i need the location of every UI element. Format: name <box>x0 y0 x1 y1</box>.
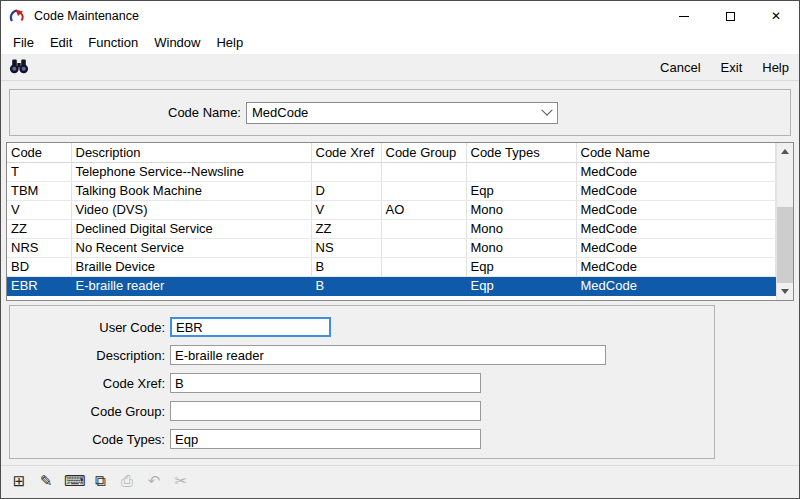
table-cell[interactable]: MedCode <box>576 200 776 219</box>
table-cell[interactable]: V <box>311 200 381 219</box>
column-header[interactable]: Code Name <box>576 143 776 162</box>
table-cell[interactable]: B <box>311 276 381 295</box>
find-button[interactable] <box>9 56 33 78</box>
column-header[interactable]: Code <box>7 143 71 162</box>
edit-record-icon[interactable]: ✎ <box>37 472 55 490</box>
scroll-up-icon <box>781 149 789 154</box>
table-cell[interactable]: Telephone Service--Newsline <box>71 162 311 181</box>
table-cell[interactable]: MedCode <box>576 257 776 276</box>
code-name-label: Code Name: <box>168 105 241 120</box>
table-cell[interactable]: MedCode <box>576 181 776 200</box>
table-cell[interactable] <box>466 162 576 181</box>
window-controls: ✕ <box>661 1 799 31</box>
table-cell[interactable]: Mono <box>466 219 576 238</box>
scroll-up-button[interactable] <box>777 143 793 160</box>
table-cell[interactable]: Talking Book Machine <box>71 181 311 200</box>
table-cell[interactable] <box>381 238 466 257</box>
help-button[interactable]: Help <box>762 60 789 75</box>
table-cell[interactable]: Declined Digital Service <box>71 219 311 238</box>
table-cell[interactable]: B <box>311 257 381 276</box>
code-group-input[interactable] <box>170 401 481 421</box>
table-cell[interactable]: E-braille reader <box>71 276 311 295</box>
table-cell[interactable]: Eqp <box>466 257 576 276</box>
titlebar[interactable]: Code Maintenance ✕ <box>1 1 799 31</box>
table-cell[interactable] <box>311 162 381 181</box>
menu-edit[interactable]: Edit <box>42 31 80 54</box>
menubar: File Edit Function Window Help <box>1 31 799 54</box>
code-name-panel: Code Name: MedCode <box>9 89 791 136</box>
table-cell[interactable]: NS <box>311 238 381 257</box>
binoculars-find-icon <box>9 58 29 77</box>
add-record-icon[interactable]: ⊞ <box>10 472 28 490</box>
save-record-icon: ⎙ <box>118 472 136 490</box>
scrollbar-thumb[interactable] <box>777 207 793 283</box>
grid-body: TTelephone Service--NewslineMedCodeTBMTa… <box>7 162 776 295</box>
app-logo-icon <box>9 8 27 24</box>
table-cell[interactable]: Eqp <box>466 181 576 200</box>
menu-function[interactable]: Function <box>80 31 146 54</box>
column-header[interactable]: Code Group <box>381 143 466 162</box>
table-cell[interactable]: ZZ <box>7 219 71 238</box>
menu-help[interactable]: Help <box>208 31 251 54</box>
exit-button[interactable]: Exit <box>721 60 743 75</box>
code-name-selected-value: MedCode <box>252 105 537 120</box>
table-row[interactable]: BDBraille DeviceBEqpMedCode <box>7 257 776 276</box>
table-cell[interactable]: TBM <box>7 181 71 200</box>
table-cell[interactable]: Eqp <box>466 276 576 295</box>
column-header[interactable]: Description <box>71 143 311 162</box>
table-cell[interactable]: MedCode <box>576 276 776 295</box>
table-cell[interactable] <box>381 276 466 295</box>
code-name-combobox[interactable]: MedCode <box>246 102 558 124</box>
grid-scrollbar[interactable] <box>776 143 793 300</box>
scrollbar-track[interactable] <box>777 160 793 283</box>
table-cell[interactable]: EBR <box>7 276 71 295</box>
table-cell[interactable]: NRS <box>7 238 71 257</box>
table-row[interactable]: TTelephone Service--NewslineMedCode <box>7 162 776 181</box>
maximize-button[interactable] <box>707 1 753 31</box>
code-types-label: Code Types: <box>10 432 170 447</box>
code-group-label: Code Group: <box>10 404 170 419</box>
table-cell[interactable]: ZZ <box>311 219 381 238</box>
table-cell[interactable] <box>381 219 466 238</box>
cancel-button[interactable]: Cancel <box>660 60 700 75</box>
window-title: Code Maintenance <box>34 9 139 23</box>
table-row[interactable]: TBMTalking Book MachineDEqpMedCode <box>7 181 776 200</box>
table-cell[interactable]: Braille Device <box>71 257 311 276</box>
menu-window[interactable]: Window <box>146 31 208 54</box>
user-code-input[interactable] <box>170 317 331 337</box>
table-cell[interactable] <box>381 257 466 276</box>
table-cell[interactable]: AO <box>381 200 466 219</box>
table-cell[interactable]: BD <box>7 257 71 276</box>
table-row[interactable]: NRSNo Recent ServiceNSMonoMedCode <box>7 238 776 257</box>
table-cell[interactable]: T <box>7 162 71 181</box>
table-cell[interactable]: Video (DVS) <box>71 200 311 219</box>
keyboard-entry-icon[interactable]: ⌨ <box>64 472 82 490</box>
table-cell[interactable]: Mono <box>466 200 576 219</box>
table-cell[interactable]: Mono <box>466 238 576 257</box>
scroll-down-button[interactable] <box>777 283 793 300</box>
table-cell[interactable]: D <box>311 181 381 200</box>
copy-record-icon[interactable]: ⧉ <box>91 472 109 490</box>
codes-table: CodeDescriptionCode XrefCode GroupCode T… <box>7 143 776 296</box>
code-types-input[interactable] <box>170 429 481 449</box>
table-cell[interactable]: MedCode <box>576 162 776 181</box>
table-cell[interactable] <box>381 162 466 181</box>
table-row[interactable]: VVideo (DVS)VAOMonoMedCode <box>7 200 776 219</box>
table-cell[interactable] <box>381 181 466 200</box>
description-input[interactable] <box>170 345 606 365</box>
table-cell[interactable]: No Recent Service <box>71 238 311 257</box>
scroll-down-icon <box>781 289 789 294</box>
table-row[interactable]: EBRE-braille readerBEqpMedCode <box>7 276 776 295</box>
chevron-down-icon[interactable] <box>537 103 557 123</box>
column-header[interactable]: Code Xref <box>311 143 381 162</box>
menu-file[interactable]: File <box>5 31 42 54</box>
minimize-icon <box>679 16 689 17</box>
minimize-button[interactable] <box>661 1 707 31</box>
table-row[interactable]: ZZDeclined Digital ServiceZZMonoMedCode <box>7 219 776 238</box>
table-cell[interactable]: MedCode <box>576 238 776 257</box>
table-cell[interactable]: MedCode <box>576 219 776 238</box>
close-button[interactable]: ✕ <box>753 1 799 31</box>
code-xref-input[interactable] <box>170 373 481 393</box>
table-cell[interactable]: V <box>7 200 71 219</box>
column-header[interactable]: Code Types <box>466 143 576 162</box>
